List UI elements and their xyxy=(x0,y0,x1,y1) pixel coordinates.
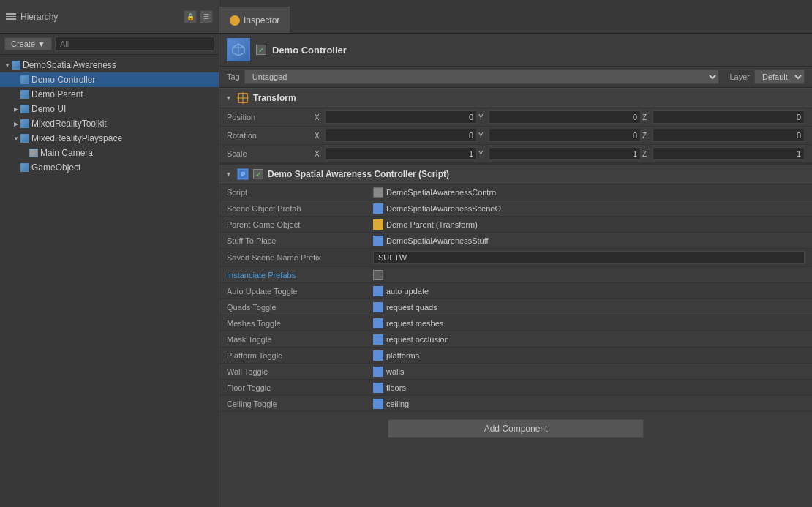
tag-select[interactable]: Untagged xyxy=(244,70,720,84)
prop-text-quads-toggle: request quads xyxy=(386,303,437,312)
hierarchy-menu-icon[interactable] xyxy=(6,13,16,20)
tree-item-gameobject[interactable]: GameObject xyxy=(0,160,219,175)
add-component-button[interactable]: Add Component xyxy=(388,419,644,438)
hierarchy-search-input[interactable] xyxy=(55,37,214,51)
tree-label-mrp: MixedRealityPlayspace xyxy=(31,133,122,143)
tree-arrow-gameobject xyxy=(12,163,20,172)
floor-icon xyxy=(373,383,383,393)
prop-text-platform-toggle: platforms xyxy=(386,351,419,360)
prop-quads-toggle: Quads Toggle request quads xyxy=(219,299,812,315)
position-z-input[interactable] xyxy=(653,110,805,124)
tree-item-demo-controller[interactable]: Demo Controller xyxy=(0,72,219,87)
instanciate-prefabs-link[interactable]: Instanciate Prefabs xyxy=(227,271,296,279)
prop-label-auto-update-toggle: Auto Update Toggle xyxy=(227,287,373,296)
prop-value-scene-object-prefab: DemoSpatialAwarenessSceneO xyxy=(373,203,805,214)
object-active-checkbox[interactable]: ✓ xyxy=(256,45,266,55)
hierarchy-title: Hierarchy xyxy=(20,12,58,22)
prop-ceiling-toggle: Ceiling Toggle ceiling xyxy=(219,396,812,412)
tag-label: Tag xyxy=(227,72,240,81)
position-y-field: Y xyxy=(478,110,641,124)
tree-arrow-demo-controller xyxy=(12,75,20,84)
prop-text-scene-object-prefab: DemoSpatialAwarenessSceneO xyxy=(386,204,501,213)
tree-item-demo-parent[interactable]: Demo Parent xyxy=(0,87,219,102)
prop-wall-toggle: Wall Toggle walls xyxy=(219,364,812,380)
script-arrow: ▼ xyxy=(225,170,233,178)
ceiling-icon xyxy=(373,399,383,409)
saved-scene-name-input[interactable] xyxy=(373,251,805,264)
script-component-header[interactable]: ▼ ✓ Demo Spatial Awareness Controller (S… xyxy=(219,163,812,184)
scale-y-field: Y xyxy=(478,147,641,160)
wall-icon xyxy=(373,367,383,377)
rotation-row: Rotation X Y Z xyxy=(219,127,812,145)
tree-arrow-mrt: ▶ xyxy=(12,119,20,128)
tree-arrow-demo-ui: ▶ xyxy=(12,105,20,113)
create-arrow: ▼ xyxy=(37,40,45,48)
inspector-tab-label: Inspector xyxy=(244,15,279,26)
demo-parent-cube-icon xyxy=(20,90,29,99)
stuff-icon xyxy=(373,236,383,246)
prop-value-platform-toggle: platforms xyxy=(373,350,805,361)
tree-item-demo-ui[interactable]: ▶ Demo UI xyxy=(0,102,219,116)
add-component-row: Add Component xyxy=(219,412,812,446)
prop-label-wall-toggle: Wall Toggle xyxy=(227,367,373,376)
tree-item-demo-spatial-awareness[interactable]: ▼ DemoSpatialAwareness xyxy=(0,58,219,72)
rotation-z-input[interactable] xyxy=(653,129,805,142)
rotation-x-input[interactable] xyxy=(325,129,477,142)
rotation-label: Rotation xyxy=(227,131,315,140)
scale-y-input[interactable] xyxy=(489,147,641,160)
position-fields: X Y Z xyxy=(315,110,805,124)
prop-text-mask-toggle: request occlusion xyxy=(386,335,449,344)
hierarchy-panel: Hierarchy 🔒 ☰ Create ▼ ▼ DemoSpatialAwar… xyxy=(0,0,219,507)
scale-x-input[interactable] xyxy=(325,147,477,160)
position-y-input[interactable] xyxy=(489,110,641,124)
instanciate-prefabs-checkbox[interactable] xyxy=(373,270,383,280)
position-y-axis: Y xyxy=(478,113,487,121)
inspector-panel: Inspector ✓ Demo Controller Tag Un xyxy=(219,0,812,507)
hierarchy-lock-icon[interactable]: 🔒 xyxy=(184,10,197,23)
prop-floor-toggle: Floor Toggle floors xyxy=(219,380,812,396)
scale-z-input[interactable] xyxy=(653,147,805,160)
scale-row: Scale X Y Z xyxy=(219,145,812,163)
prop-value-floor-toggle: floors xyxy=(373,383,805,393)
prop-text-stuff-to-place: DemoSpatialAwarenessStuff xyxy=(386,236,489,245)
prop-label-stuff-to-place: Stuff To Place xyxy=(227,236,373,245)
transform-icon xyxy=(237,92,249,104)
prop-label-script: Script xyxy=(227,188,373,197)
hierarchy-settings-icon[interactable]: ☰ xyxy=(200,10,213,23)
prop-platform-toggle: Platform Toggle platforms xyxy=(219,348,812,364)
prop-value-auto-update-toggle: auto update xyxy=(373,286,805,296)
transform-title: Transform xyxy=(253,93,296,103)
tree-item-mrt[interactable]: ▶ MixedRealityToolkit xyxy=(0,116,219,131)
tag-layer-row: Tag Untagged Layer Default xyxy=(219,67,812,88)
root-cube-icon xyxy=(12,61,20,70)
inspector-tab[interactable]: Inspector xyxy=(219,7,290,33)
tree-label-mrt: MixedRealityToolkit xyxy=(31,119,107,129)
prop-value-mask-toggle: request occlusion xyxy=(373,334,805,345)
prop-text-script: DemoSpatialAwarenessControl xyxy=(386,188,498,197)
prop-meshes-toggle: Meshes Toggle request meshes xyxy=(219,315,812,331)
inspector-tab-bar: Inspector xyxy=(219,0,812,34)
tree-item-mrp[interactable]: ▼ MixedRealityPlayspace xyxy=(0,131,219,146)
position-x-axis: X xyxy=(315,113,323,121)
mrp-cube-icon xyxy=(20,134,29,143)
tree-label-gameobject: GameObject xyxy=(31,162,80,173)
script-active-checkbox[interactable]: ✓ xyxy=(253,169,263,179)
layer-select[interactable]: Default xyxy=(754,70,805,84)
prop-value-instanciate-prefabs xyxy=(373,270,805,280)
scale-z-field: Z xyxy=(642,147,805,160)
demo-controller-cube-icon xyxy=(20,75,29,84)
position-x-field: X xyxy=(315,110,477,124)
prop-stuff-to-place: Stuff To Place DemoSpatialAwarenessStuff xyxy=(219,233,812,249)
rotation-y-input[interactable] xyxy=(489,129,641,142)
tree-item-main-camera[interactable]: Main Camera xyxy=(0,146,219,160)
layer-label: Layer xyxy=(729,72,750,81)
camera-cube-icon xyxy=(29,149,38,157)
hierarchy-header: Hierarchy 🔒 ☰ xyxy=(0,0,219,34)
position-x-input[interactable] xyxy=(325,110,477,124)
transform-component-header[interactable]: ▼ Transform xyxy=(219,88,812,108)
create-button[interactable]: Create ▼ xyxy=(4,37,52,50)
prop-scene-object-prefab: Scene Object Prefab DemoSpatialAwareness… xyxy=(219,200,812,217)
mrt-cube-icon xyxy=(20,119,29,128)
script-component-icon xyxy=(237,168,249,180)
prop-text-auto-update-toggle: auto update xyxy=(386,287,429,296)
